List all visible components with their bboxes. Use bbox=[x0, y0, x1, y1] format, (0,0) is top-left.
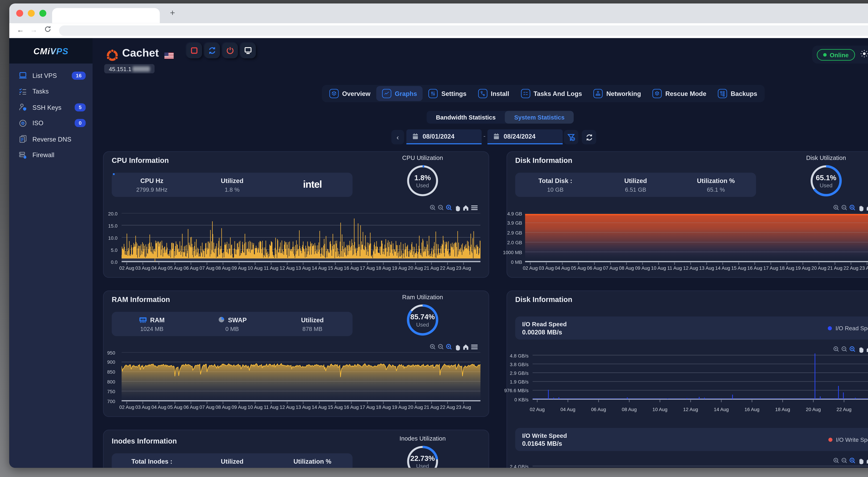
bandwidth-statistics-option[interactable]: Bandwidth Statistics bbox=[427, 111, 505, 124]
y-tick-label: 0 KB/s bbox=[515, 397, 529, 402]
power-off-button[interactable] bbox=[222, 43, 238, 58]
console-button[interactable] bbox=[240, 43, 256, 58]
forward-icon[interactable]: → bbox=[30, 26, 37, 34]
redacted-ip bbox=[132, 66, 150, 71]
home-icon[interactable] bbox=[867, 205, 868, 211]
stat-disk-utilized: Utilized 6.51 GB bbox=[595, 177, 676, 193]
vps-ip-chip[interactable]: 45.151.1 bbox=[104, 64, 155, 73]
ram-usage-chart[interactable] bbox=[122, 352, 480, 405]
svg-text:Used: Used bbox=[416, 321, 429, 328]
stat-disk-utilization-pct: Utilization % 65.1 % bbox=[676, 177, 756, 193]
tab-overview[interactable]: Overview bbox=[323, 86, 376, 101]
minimize-window-button[interactable] bbox=[28, 10, 35, 17]
box-zoom-icon[interactable] bbox=[446, 344, 452, 349]
page-viewport: CMiVPS List VPS 16 Tasks bbox=[9, 38, 868, 468]
backup-tree-icon bbox=[718, 89, 727, 98]
zoom-in-icon[interactable] bbox=[430, 205, 435, 210]
date-to-input[interactable]: 08/24/2024 bbox=[488, 129, 563, 144]
refresh-charts-button[interactable] bbox=[582, 130, 596, 144]
brand-logo-text: CMiVPS bbox=[33, 46, 69, 56]
disk-usage-chart[interactable] bbox=[525, 213, 868, 266]
new-tab-button[interactable]: + bbox=[167, 7, 178, 18]
sidebar-item-tasks[interactable]: Tasks bbox=[9, 83, 93, 99]
home-icon[interactable] bbox=[867, 347, 868, 352]
documents-icon bbox=[19, 135, 27, 143]
x-tick-label: 12 Aug bbox=[683, 265, 698, 271]
chart-toolbar-icons bbox=[430, 344, 479, 351]
theme-toggle-sun-icon[interactable] bbox=[860, 49, 868, 60]
date-from-input[interactable]: 08/01/2024 bbox=[406, 129, 482, 144]
sidebar-item-list-vps[interactable]: List VPS 16 bbox=[9, 68, 93, 83]
close-window-button[interactable] bbox=[16, 10, 23, 17]
x-tick-label: 10 Aug bbox=[652, 407, 667, 412]
zoom-in-icon[interactable] bbox=[430, 344, 435, 349]
reload-icon[interactable] bbox=[44, 25, 51, 35]
date-from-value: 08/01/2024 bbox=[423, 133, 455, 140]
x-tick-label: 08 Aug bbox=[619, 265, 634, 271]
chart-toolbar-icons bbox=[833, 346, 868, 353]
io-read-chart[interactable] bbox=[533, 353, 868, 406]
pan-icon[interactable] bbox=[860, 347, 864, 353]
brand-logo[interactable]: CMiVPS bbox=[9, 38, 93, 64]
chart-toolbar-icons bbox=[833, 205, 868, 212]
count-badge: 5 bbox=[75, 103, 86, 111]
io-read-legend[interactable]: I/O Read Speed bbox=[828, 325, 868, 332]
pan-icon[interactable] bbox=[456, 345, 460, 350]
zoom-out-icon[interactable] bbox=[438, 344, 443, 349]
tab-install[interactable]: Install bbox=[472, 86, 515, 101]
io-write-legend[interactable]: I/O Write Speed bbox=[829, 437, 868, 443]
io-write-stats-box: I/O Write Speed 0.01645 MB/s I/O Write S… bbox=[515, 428, 868, 451]
maximize-window-button[interactable] bbox=[39, 10, 46, 17]
tab-settings[interactable]: Settings bbox=[423, 86, 472, 101]
back-icon[interactable]: ← bbox=[17, 26, 24, 34]
box-zoom-icon[interactable] bbox=[446, 205, 452, 210]
zoom-out-icon[interactable] bbox=[842, 347, 847, 351]
tab-backups[interactable]: Backups bbox=[712, 86, 763, 101]
line-chart-icon bbox=[382, 89, 391, 98]
sidebar-item-ssh-keys[interactable]: SSH Keys 5 bbox=[9, 99, 93, 115]
pan-icon[interactable] bbox=[456, 206, 460, 211]
status-badge: Online bbox=[817, 49, 855, 60]
sidebar-item-iso[interactable]: ISO 0 bbox=[9, 115, 93, 131]
x-tick-label: 21 Aug bbox=[827, 265, 842, 271]
tab-tasks-and-logs[interactable]: Tasks And Logs bbox=[515, 86, 588, 101]
gauge-ring: 22.73%Used bbox=[404, 443, 441, 468]
home-icon[interactable] bbox=[463, 205, 468, 211]
cpu-usage-chart[interactable] bbox=[122, 213, 480, 266]
stop-vps-button[interactable] bbox=[186, 43, 202, 58]
x-tick-label: 06 Aug bbox=[591, 407, 606, 412]
tab-rescue-mode[interactable]: Rescue Mode bbox=[647, 86, 712, 101]
hamburger-menu-icon[interactable] bbox=[471, 345, 477, 349]
x-tick-label: 11 Aug bbox=[667, 265, 682, 271]
box-zoom-icon[interactable] bbox=[850, 347, 855, 351]
x-tick-label: 20 Aug bbox=[806, 407, 821, 412]
tab-label: Install bbox=[491, 90, 509, 97]
zoom-in-icon[interactable] bbox=[834, 205, 838, 210]
zoom-out-icon[interactable] bbox=[438, 205, 443, 210]
zoom-out-icon[interactable] bbox=[842, 205, 847, 210]
x-tick-label: 09 Aug bbox=[231, 265, 247, 271]
y-tick-label: 976.6 MB/s bbox=[504, 388, 529, 394]
home-icon[interactable] bbox=[463, 344, 468, 350]
address-bar[interactable] bbox=[59, 25, 868, 36]
zoom-in-icon[interactable] bbox=[834, 347, 838, 351]
hamburger-menu-icon[interactable] bbox=[471, 206, 477, 209]
previous-range-button[interactable]: ‹ bbox=[391, 130, 404, 144]
system-statistics-option[interactable]: System Statistics bbox=[505, 111, 574, 124]
apply-filter-button[interactable] bbox=[564, 130, 578, 144]
x-tick-label: 12 Aug bbox=[280, 404, 294, 410]
x-tick-label: 07 Aug bbox=[199, 404, 214, 410]
reboot-vps-button[interactable] bbox=[204, 43, 220, 58]
io-write-chart[interactable] bbox=[533, 462, 868, 468]
pan-icon[interactable] bbox=[860, 206, 864, 211]
laptop-icon bbox=[19, 71, 27, 80]
tab-networking[interactable]: Networking bbox=[588, 86, 647, 101]
browser-tab[interactable] bbox=[52, 8, 160, 23]
sidebar-item-reverse-dns[interactable]: Reverse DNS bbox=[9, 131, 93, 147]
box-zoom-icon[interactable] bbox=[850, 205, 855, 210]
browser-toolbar: ← → ⋮ bbox=[9, 23, 868, 38]
x-tick-label: 02 Aug bbox=[119, 404, 134, 410]
x-tick-label: 14 Aug bbox=[715, 265, 730, 271]
sidebar-item-firewall[interactable]: Firewall bbox=[9, 147, 93, 163]
tab-graphs[interactable]: Graphs bbox=[376, 86, 423, 101]
